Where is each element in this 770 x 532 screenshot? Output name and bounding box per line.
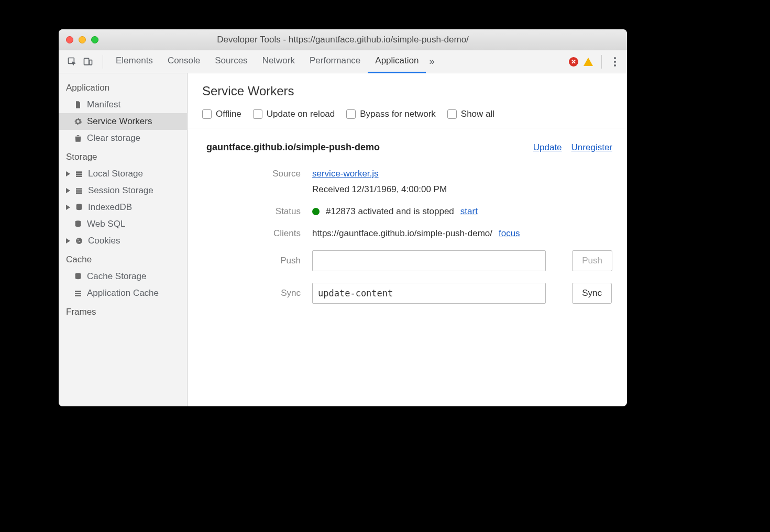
svg-rect-1 — [84, 58, 89, 65]
sidebar-item-clear-storage[interactable]: Clear storage — [59, 130, 187, 147]
push-button[interactable]: Push — [572, 250, 612, 271]
warning-badge-icon[interactable] — [584, 58, 593, 66]
sidebar-heading-application: Application — [59, 77, 187, 96]
sidebar-item-indexeddb[interactable]: IndexedDB — [59, 199, 187, 216]
tab-network[interactable]: Network — [255, 50, 302, 73]
checkbox-label: Bypass for network — [360, 109, 436, 119]
sidebar-item-label: Clear storage — [87, 133, 140, 143]
toggle-device-icon[interactable] — [83, 57, 93, 67]
sidebar-item-label: Cache Storage — [87, 271, 146, 282]
error-badge-icon[interactable]: ✕ — [569, 57, 578, 66]
database-icon — [73, 219, 83, 229]
update-link[interactable]: Update — [533, 142, 562, 153]
trash-icon — [73, 134, 83, 143]
more-tabs-button[interactable]: » — [426, 56, 437, 67]
expand-icon — [66, 238, 70, 243]
svg-rect-16 — [75, 291, 81, 292]
status-label: Status — [198, 206, 303, 217]
svg-rect-17 — [75, 293, 81, 294]
sync-input[interactable] — [312, 283, 546, 304]
checkbox-label: Update on reload — [267, 109, 335, 119]
svg-rect-2 — [90, 60, 92, 64]
svg-rect-4 — [76, 173, 82, 175]
unregister-link[interactable]: Unregister — [571, 142, 612, 153]
svg-rect-7 — [76, 190, 82, 192]
tab-console[interactable]: Console — [160, 50, 207, 73]
toolbar-separator — [601, 55, 602, 69]
sidebar-item-label: IndexedDB — [88, 202, 132, 213]
panel-title: Service Workers — [202, 84, 612, 98]
svg-point-11 — [76, 238, 82, 244]
svg-point-14 — [78, 241, 79, 242]
client-url: https://gauntface.github.io/simple-push-… — [312, 228, 492, 239]
expand-icon — [66, 171, 70, 176]
minimize-window-button[interactable] — [79, 36, 86, 43]
sidebar-item-session-storage[interactable]: Session Storage — [59, 182, 187, 199]
svg-rect-18 — [75, 295, 81, 296]
tab-application[interactable]: Application — [368, 50, 426, 73]
checkbox-label: Show all — [461, 109, 494, 119]
titlebar: Developer Tools - https://gauntface.gith… — [59, 29, 627, 50]
source-received: Received 12/31/1969, 4:00:00 PM — [312, 184, 612, 195]
sidebar-item-application-cache[interactable]: Application Cache — [59, 285, 187, 302]
zoom-window-button[interactable] — [91, 36, 98, 43]
main-panel: Service Workers Offline Update on reload… — [188, 73, 627, 406]
offline-checkbox[interactable]: Offline — [202, 109, 241, 119]
source-label: Source — [198, 169, 303, 179]
settings-menu-button[interactable] — [610, 57, 620, 66]
push-input[interactable] — [312, 250, 546, 271]
tab-elements[interactable]: Elements — [108, 50, 160, 73]
push-label: Push — [198, 256, 303, 266]
gear-icon — [73, 117, 83, 126]
status-text: #12873 activated and is stopped — [326, 206, 454, 217]
sidebar-item-label: Session Storage — [88, 185, 153, 196]
close-window-button[interactable] — [66, 36, 73, 43]
bypass-for-network-checkbox[interactable]: Bypass for network — [346, 109, 436, 119]
sidebar-item-label: Local Storage — [88, 169, 143, 179]
focus-link[interactable]: focus — [499, 228, 520, 239]
start-link[interactable]: start — [460, 206, 478, 217]
sidebar-item-cookies[interactable]: Cookies — [59, 232, 187, 249]
sidebar-item-label: Application Cache — [87, 288, 159, 298]
service-worker-scope: gauntface.github.io/simple-push-demo — [206, 142, 380, 153]
devtools-window: Developer Tools - https://gauntface.gith… — [59, 29, 627, 406]
update-on-reload-checkbox[interactable]: Update on reload — [253, 109, 335, 119]
application-sidebar: Application Manifest Service Workers Cle… — [59, 73, 188, 406]
database-icon — [73, 272, 83, 281]
source-link[interactable]: service-worker.js — [312, 169, 379, 179]
sidebar-heading-frames: Frames — [59, 302, 187, 320]
sync-label: Sync — [198, 288, 303, 298]
sidebar-item-web-sql[interactable]: Web SQL — [59, 216, 187, 232]
sidebar-item-label: Web SQL — [87, 219, 125, 229]
table-icon — [73, 289, 83, 298]
document-icon — [73, 100, 83, 109]
sidebar-heading-cache: Cache — [59, 249, 187, 268]
service-worker-options: Offline Update on reload Bypass for netw… — [188, 105, 627, 128]
svg-rect-3 — [76, 171, 82, 173]
window-title: Developer Tools - https://gauntface.gith… — [59, 35, 627, 45]
traffic-lights — [59, 36, 98, 43]
svg-rect-6 — [76, 188, 82, 190]
sync-button[interactable]: Sync — [572, 283, 612, 304]
sidebar-item-cache-storage[interactable]: Cache Storage — [59, 268, 187, 285]
sidebar-item-label: Service Workers — [87, 116, 152, 127]
cookie-icon — [74, 236, 84, 246]
sidebar-item-manifest[interactable]: Manifest — [59, 96, 187, 113]
table-icon — [74, 186, 84, 195]
sidebar-item-local-storage[interactable]: Local Storage — [59, 165, 187, 182]
expand-icon — [66, 188, 70, 193]
panel-tabs: Elements Console Sources Network Perform… — [108, 50, 567, 73]
clients-label: Clients — [198, 228, 303, 239]
status-indicator-icon — [312, 208, 320, 215]
show-all-checkbox[interactable]: Show all — [447, 109, 494, 119]
sidebar-item-service-workers[interactable]: Service Workers — [59, 113, 187, 130]
tab-performance[interactable]: Performance — [302, 50, 368, 73]
svg-point-13 — [79, 241, 80, 242]
svg-rect-8 — [76, 192, 82, 194]
toolbar-separator — [103, 55, 103, 69]
svg-point-12 — [78, 239, 79, 240]
inspect-element-icon[interactable] — [67, 57, 78, 67]
svg-rect-5 — [76, 175, 82, 177]
sidebar-heading-storage: Storage — [59, 147, 187, 165]
tab-sources[interactable]: Sources — [207, 50, 255, 73]
